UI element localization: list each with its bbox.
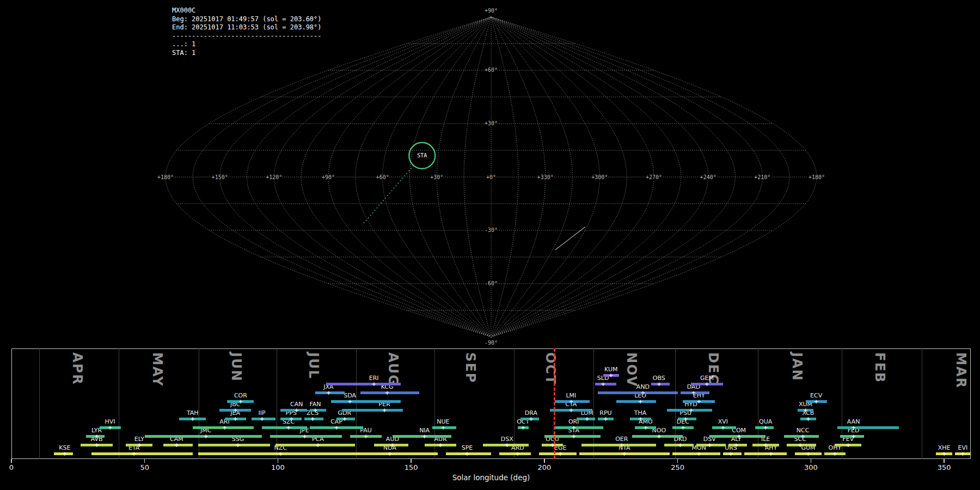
shower-label-DRA: DRA <box>525 410 537 416</box>
shower-label-ECV: ECV <box>810 393 822 399</box>
shower-label-XHE: XHE <box>938 445 951 451</box>
current-solar-longitude-line <box>554 348 555 459</box>
x-tick-label: 200 <box>537 463 551 471</box>
shower-label-THA: THA <box>634 410 647 416</box>
shower-label-NUE: NUE <box>437 419 449 425</box>
x-tick <box>144 459 145 463</box>
shower-bar-AND <box>598 391 678 394</box>
shower-label-RPU: RPU <box>599 410 611 416</box>
shower-label-IIP: IIP <box>259 410 266 416</box>
x-tick <box>544 459 545 463</box>
month-boundary-line <box>593 348 594 459</box>
shower-label-KSE: KSE <box>59 445 70 451</box>
shower-bar-LEO <box>616 400 656 403</box>
shower-label-TAH: TAH <box>187 410 199 416</box>
month-label: JAN <box>789 352 805 382</box>
x-tick-label: 50 <box>140 463 149 471</box>
shower-label-LMI: LMI <box>566 393 576 399</box>
month-label: JUL <box>306 352 321 379</box>
month-boundary-line <box>758 348 758 459</box>
x-tick-label: 300 <box>804 463 818 471</box>
month-boundary-line <box>514 348 514 459</box>
shower-label-AND: AND <box>636 384 650 390</box>
shower-bar-KCG <box>360 391 419 394</box>
shower-label-FAN: FAN <box>309 401 321 407</box>
shower-bar-AHY <box>744 452 787 455</box>
x-tick <box>811 459 812 463</box>
month-label: AUG <box>385 352 401 387</box>
shower-label-SDA: SDA <box>344 393 356 399</box>
shower-label-DSX: DSX <box>501 436 513 442</box>
shower-label-QUA: QUA <box>759 419 772 425</box>
shower-bar-PER <box>342 409 403 412</box>
shower-label-HVI: HVI <box>105 419 115 425</box>
x-axis-label: Solar longitude (deg) <box>452 473 530 482</box>
shower-label-OBS: OBS <box>653 375 665 381</box>
x-tick-label: 250 <box>671 463 684 471</box>
month-label: APR <box>70 352 85 385</box>
x-tick <box>677 459 678 463</box>
shower-label-NIA: NIA <box>419 427 430 433</box>
shower-bar-ERI <box>326 383 401 385</box>
x-tick <box>411 459 412 463</box>
shower-label-ELY: ELY <box>134 436 144 442</box>
shower-bar-ORI <box>555 426 603 429</box>
month-boundary-line <box>39 348 40 459</box>
month-label: OCT <box>543 352 558 385</box>
shower-label-OER: OER <box>615 436 628 442</box>
activity-chart: APRMAYJUNJULAUGSEPOCTNOVDECJANFEBMAR+KSE… <box>0 0 980 490</box>
shower-label-XVI: XVI <box>718 419 728 425</box>
x-tick-label: 350 <box>938 463 951 471</box>
month-label: MAR <box>953 352 969 389</box>
shower-label-SPE: SPE <box>462 445 473 451</box>
shower-bar-FAN <box>310 409 326 412</box>
month-boundary-line <box>922 348 922 459</box>
x-tick <box>11 459 12 463</box>
month-label: NOV <box>624 352 639 387</box>
month-boundary-line <box>119 348 119 459</box>
shower-label-AAN: AAN <box>847 419 860 425</box>
shower-bar-SDA <box>331 400 400 403</box>
shower-label-KUM: KUM <box>604 366 617 372</box>
shower-label-NCC: NCC <box>797 427 810 433</box>
x-tick-label: 150 <box>405 463 418 471</box>
month-boundary-line <box>199 348 199 459</box>
month-boundary-line <box>277 348 277 459</box>
x-tick-label: 100 <box>271 463 285 471</box>
x-tick <box>278 459 279 463</box>
shower-label-CAN: CAN <box>290 401 303 407</box>
shower-bar-SZC <box>262 426 307 429</box>
shower-bar-AAN <box>837 426 899 429</box>
month-label: FEB <box>872 352 887 383</box>
shower-bar-SSG <box>198 444 270 446</box>
shower-label-GEM: GEM <box>700 375 714 381</box>
x-tick <box>944 459 945 463</box>
shower-label-EVI: EVI <box>958 445 967 451</box>
x-tick-label: 0 <box>9 463 14 471</box>
shower-label-COR: COR <box>234 393 247 399</box>
month-label: MAY <box>150 352 165 387</box>
shower-label-ERI: ERI <box>369 375 379 381</box>
month-boundary-line <box>356 348 357 459</box>
month-label: SEP <box>463 352 478 383</box>
shower-bar-ETA <box>91 452 193 455</box>
shower-bar-SLD <box>595 383 616 385</box>
shower-bar-NZC <box>198 452 342 455</box>
meteor-radiant-screen: { "header": { "station": "MX000C", "line… <box>0 0 980 490</box>
month-label: JUN <box>229 352 244 382</box>
